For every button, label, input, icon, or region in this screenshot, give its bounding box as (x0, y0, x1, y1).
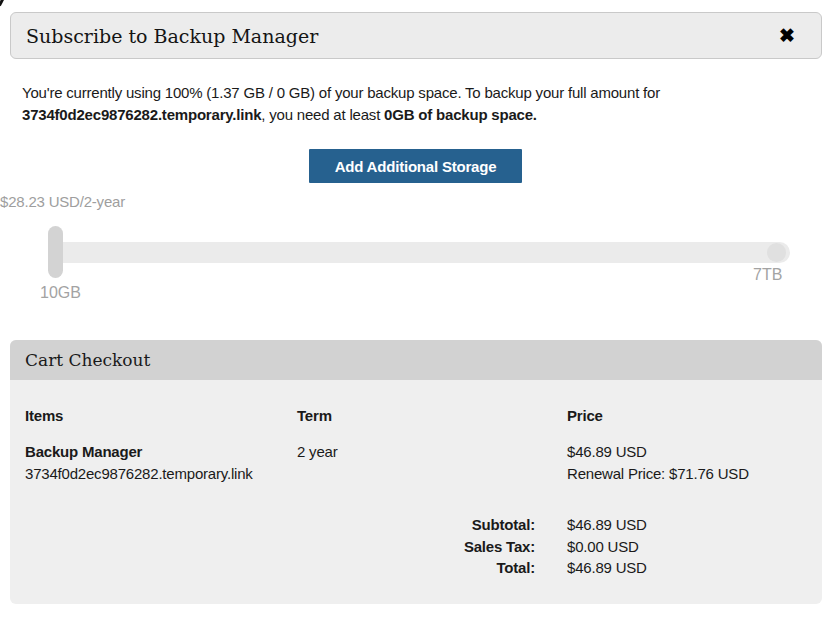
summary-row-sales-tax: Sales Tax: $0.00 USD (25, 536, 807, 558)
column-header-items: Items (25, 406, 297, 426)
item-renewal-price: Renewal Price: $71.76 USD (567, 463, 807, 485)
button-row: Add Additional Storage (0, 149, 831, 183)
subtotal-value: $46.89 USD (567, 514, 807, 536)
total-label: Total: (25, 557, 567, 579)
page-edge-artifact (0, 0, 5, 6)
slider-end-dot (767, 243, 786, 262)
cart-summary: Subtotal: $46.89 USD Sales Tax: $0.00 US… (25, 514, 807, 579)
slider-handle[interactable] (48, 226, 63, 278)
item-name: Backup Manager (25, 441, 297, 463)
column-header-term: Term (297, 406, 567, 426)
sales-tax-value: $0.00 USD (567, 536, 807, 558)
total-value: $46.89 USD (567, 557, 807, 579)
page: { "modal": { "title": "Subscribe to Back… (0, 0, 831, 617)
item-term: 2 year (297, 441, 567, 485)
usage-domain: 3734f0d2ec9876282.temporary.link (22, 106, 261, 123)
usage-mid: , you need at least (261, 106, 384, 123)
item-cell: Backup Manager 3734f0d2ec9876282.tempora… (25, 441, 297, 485)
add-additional-storage-button[interactable]: Add Additional Storage (309, 149, 523, 183)
close-button[interactable]: ✖ (773, 26, 801, 45)
slider-track[interactable] (63, 242, 790, 263)
modal-title: Subscribe to Backup Manager (26, 25, 318, 47)
cart-column-headers: Items Term Price (25, 406, 807, 426)
cart-item-row: Backup Manager 3734f0d2ec9876282.tempora… (25, 441, 807, 485)
usage-requirement: 0GB of backup space. (384, 106, 537, 123)
cart-header: Cart Checkout (10, 340, 822, 380)
cart-title: Cart Checkout (25, 350, 150, 370)
subtotal-label: Subtotal: (25, 514, 567, 536)
usage-text: You're currently using 100% (1.37 GB / 0… (22, 82, 782, 126)
slider-min-label: 10GB (40, 284, 81, 302)
cart-body: Items Term Price Backup Manager 3734f0d2… (10, 380, 822, 579)
item-domain: 3734f0d2ec9876282.temporary.link (25, 463, 297, 485)
sales-tax-label: Sales Tax: (25, 536, 567, 558)
summary-row-subtotal: Subtotal: $46.89 USD (25, 514, 807, 536)
summary-row-total: Total: $46.89 USD (25, 557, 807, 579)
cart-panel: Cart Checkout Items Term Price Backup Ma… (10, 340, 822, 604)
slider-max-label: 7TB (753, 266, 782, 284)
storage-price-label: $28.23 USD/2-year (0, 193, 125, 210)
close-icon: ✖ (779, 25, 795, 46)
column-header-price: Price (567, 406, 807, 426)
price-cell: $46.89 USD Renewal Price: $71.76 USD (567, 441, 807, 485)
usage-line1: You're currently using 100% (1.37 GB / 0… (22, 84, 660, 101)
modal-header: Subscribe to Backup Manager ✖ (10, 12, 822, 59)
item-price: $46.89 USD (567, 441, 807, 463)
